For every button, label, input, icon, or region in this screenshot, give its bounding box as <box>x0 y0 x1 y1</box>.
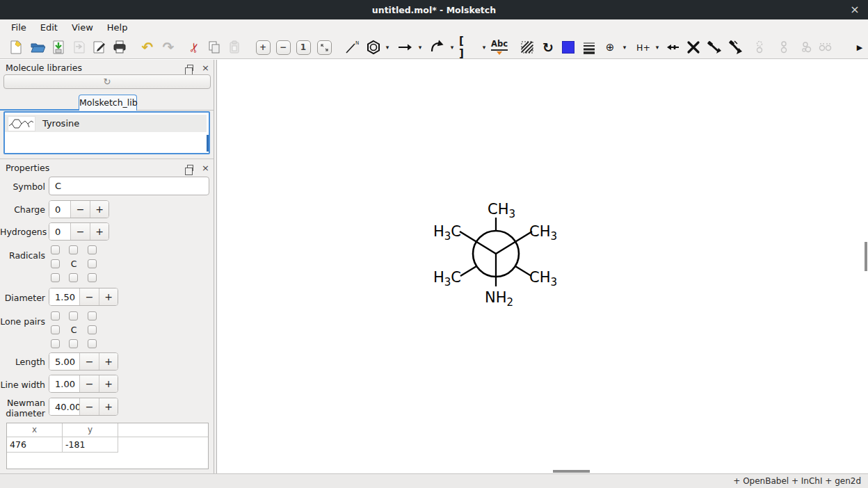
ring-tool-dropdown[interactable]: ▾ <box>383 38 392 56</box>
brackets-tool-button[interactable]: [ ] <box>459 38 477 56</box>
symbol-input[interactable] <box>49 177 209 195</box>
charge-plus-button[interactable]: + <box>90 201 108 218</box>
length-plus-button[interactable]: + <box>99 353 118 370</box>
canvas-vertical-scrollbar[interactable] <box>865 242 867 271</box>
column-header-y[interactable]: y <box>63 423 118 437</box>
atom-label-bottom[interactable]: NH2 <box>485 289 513 309</box>
menu-edit[interactable]: Edit <box>33 21 65 35</box>
library-float-icon[interactable] <box>187 65 193 71</box>
radical-checkbox-nw[interactable] <box>51 245 60 254</box>
line-width-button[interactable] <box>580 38 598 56</box>
lone-pair-checkbox-nw[interactable] <box>51 311 60 320</box>
print-button[interactable] <box>111 38 129 56</box>
hydrogens-plus-button[interactable]: + <box>90 223 108 240</box>
charge-tool-button[interactable]: ⊕ <box>601 38 619 56</box>
toolbar-overflow-button[interactable]: ▶ <box>854 38 865 56</box>
charge-tool-dropdown[interactable]: ▾ <box>620 38 629 56</box>
atom-label-upper-right[interactable]: CH3 <box>529 223 557 243</box>
hydrogens-value[interactable]: 0 <box>49 223 70 240</box>
undo-button[interactable]: ↶ <box>138 38 156 56</box>
draw-tool-button[interactable]: N <box>343 38 361 56</box>
diameter-plus-button[interactable]: + <box>99 288 118 305</box>
delete-tool-button[interactable] <box>684 38 702 56</box>
lone-pair-checkbox-e[interactable] <box>88 325 97 334</box>
hydrogen-tool-button[interactable]: H+ <box>634 38 652 56</box>
radical-checkbox-se[interactable] <box>88 273 97 282</box>
radical-checkbox-n[interactable] <box>69 245 78 254</box>
brackets-tool-dropdown[interactable]: ▾ <box>479 38 489 56</box>
rotate-tool-button[interactable]: ↻ <box>539 38 557 56</box>
new-file-button[interactable] <box>7 38 25 56</box>
library-list[interactable]: Tyrosine <box>3 111 210 154</box>
color-picker-button[interactable] <box>559 38 577 56</box>
charge-value[interactable]: 0 <box>49 201 70 218</box>
atom-label-upper-left[interactable]: H3C <box>433 223 461 243</box>
lone-pair-checkbox-s[interactable] <box>69 339 78 348</box>
lone-pair-checkbox-sw[interactable] <box>51 339 60 348</box>
zoom-in-button[interactable]: + <box>254 38 272 56</box>
charge-minus-button[interactable]: − <box>70 201 90 218</box>
zoom-fit-button[interactable] <box>315 38 333 56</box>
radical-checkbox-sw[interactable] <box>51 273 60 282</box>
atom-label-lower-left[interactable]: H3C <box>433 269 461 288</box>
length-value[interactable]: 5.00 <box>49 353 79 370</box>
lone-pair-checkbox-n[interactable] <box>69 311 78 320</box>
menu-file[interactable]: File <box>4 21 33 35</box>
lone-pair-checkbox-se[interactable] <box>88 339 97 348</box>
export-button[interactable] <box>90 38 108 56</box>
transfer-bond-button[interactable] <box>705 38 723 56</box>
connect-tool-button[interactable] <box>664 38 682 56</box>
library-close-button[interactable]: × <box>202 63 209 72</box>
transfer-atom-button[interactable] <box>726 38 744 56</box>
copy-button[interactable] <box>205 38 223 56</box>
newman-diameter-value[interactable]: 40.00 <box>49 398 79 415</box>
line-width-minus-button[interactable]: − <box>79 375 99 392</box>
newman-plus-button[interactable]: + <box>99 398 118 415</box>
canvas-horizontal-scrollbar[interactable] <box>553 470 590 473</box>
diameter-minus-button[interactable]: − <box>79 288 99 305</box>
mechanism-arrow-dropdown[interactable]: ▾ <box>447 38 457 56</box>
molecule-bonds[interactable] <box>460 218 532 286</box>
atom-label-top[interactable]: CH3 <box>488 201 515 220</box>
drawing-canvas[interactable]: CH3 H3C CH3 H3C CH3 NH2 <box>216 60 868 473</box>
radical-checkbox-w[interactable] <box>51 259 60 268</box>
zoom-out-button[interactable]: − <box>274 38 292 56</box>
cell-y[interactable]: -181 <box>63 437 118 453</box>
hydrogens-minus-button[interactable]: − <box>70 223 90 240</box>
library-list-scrollbar[interactable] <box>207 135 209 152</box>
redo-button[interactable]: ↷ <box>159 38 177 56</box>
ring-tool-button[interactable] <box>364 38 383 56</box>
properties-close-button[interactable]: × <box>202 163 209 172</box>
lone-pair-checkbox-w[interactable] <box>51 325 60 334</box>
menu-view[interactable]: View <box>65 21 100 35</box>
hydrogen-tool-dropdown[interactable]: ▾ <box>652 38 662 56</box>
column-header-x[interactable]: x <box>7 423 63 437</box>
diameter-value[interactable]: 1.50 <box>49 288 79 305</box>
open-button[interactable] <box>29 38 47 56</box>
zoom-original-button[interactable]: 1 <box>294 38 312 56</box>
newman-minus-button[interactable]: − <box>79 398 99 415</box>
window-close-button[interactable]: × <box>848 3 862 17</box>
properties-float-icon[interactable] <box>187 165 193 171</box>
mechanism-arrow-button[interactable] <box>428 38 447 56</box>
reaction-arrow-button[interactable] <box>396 38 414 56</box>
lone-pair-checkbox-ne[interactable] <box>88 311 97 320</box>
radical-checkbox-s[interactable] <box>69 273 78 282</box>
save-button[interactable] <box>49 38 67 56</box>
list-item-tyrosine[interactable]: Tyrosine <box>5 115 207 132</box>
atom-label-lower-right[interactable]: CH3 <box>529 269 557 288</box>
line-width-value[interactable]: 1.00 <box>49 375 79 392</box>
selection-tool-button[interactable] <box>518 38 536 56</box>
line-width-plus-button[interactable]: + <box>99 375 118 392</box>
cut-button[interactable]: ✂ <box>186 38 204 56</box>
text-tool-button[interactable]: Abc <box>490 38 508 56</box>
library-refresh-button[interactable]: ↻ <box>3 74 211 89</box>
menu-help[interactable]: Help <box>100 21 135 35</box>
radical-checkbox-e[interactable] <box>88 259 97 268</box>
titlebar[interactable]: untitled.mol* - Molsketch × <box>0 0 868 19</box>
tab-molsketch-lib[interactable]: Molsketch_lib <box>79 95 137 111</box>
reaction-arrow-dropdown[interactable]: ▾ <box>415 38 425 56</box>
cell-x[interactable]: 476 <box>7 437 63 453</box>
newman-projection-molecule[interactable]: CH3 H3C CH3 H3C CH3 NH2 <box>217 60 868 473</box>
radical-checkbox-ne[interactable] <box>88 245 97 254</box>
